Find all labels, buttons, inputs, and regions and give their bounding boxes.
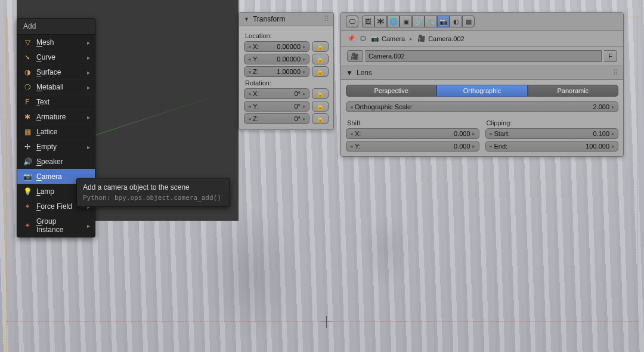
add-menu-item-empty[interactable]: ✢Empty▸ bbox=[17, 139, 95, 154]
chevron-right-icon: ▸ bbox=[87, 69, 90, 76]
chevron-right-icon: ▸ bbox=[87, 144, 90, 150]
menu-item-label: Surface bbox=[36, 68, 82, 76]
add-menu-item-mesh[interactable]: ▽Mesh▸ bbox=[17, 35, 95, 50]
transform-panel[interactable]: ▼ Transform ⠿ Location: ◂X:0.00000▸ 🔓 ◂Y… bbox=[239, 12, 334, 130]
clip-start[interactable]: ◂Start:0.100▸ bbox=[485, 128, 619, 139]
shift-label: Shift: bbox=[347, 119, 479, 126]
menu-item-label: Speaker bbox=[36, 158, 90, 166]
context-modifiers-icon[interactable]: 🔧 bbox=[425, 16, 437, 27]
camera-object-icon: 📷 bbox=[371, 35, 379, 42]
surface-icon: ◑ bbox=[23, 68, 32, 76]
menu-item-label: Armature bbox=[36, 113, 82, 121]
tooltip: Add a camera object to the scene Python:… bbox=[76, 178, 230, 207]
chevron-right-icon: ▸ bbox=[87, 84, 90, 91]
rotation-x[interactable]: ◂X:0°▸ bbox=[244, 88, 309, 99]
datablock-name-input[interactable] bbox=[365, 50, 602, 62]
rotation-label: Rotation: bbox=[245, 79, 329, 87]
add-menu-item-surface[interactable]: ◑Surface▸ bbox=[17, 64, 95, 79]
add-menu-item-metaball[interactable]: ❍Metaball▸ bbox=[17, 79, 95, 94]
lens-panel-header[interactable]: ▼ Lens ⠿ bbox=[341, 66, 623, 80]
lock-ry-icon[interactable]: 🔓 bbox=[312, 101, 329, 112]
lattice-icon: ▦ bbox=[23, 128, 32, 136]
disclosure-icon: ▼ bbox=[244, 16, 249, 22]
group-icon: ✦ bbox=[23, 221, 32, 230]
properties-context-toolbar[interactable]: 🖵 🖼 🞷 🌐 ▣ 🔗 🔧 📷 ◐ ▩ bbox=[341, 13, 623, 31]
transform-title: Transform bbox=[253, 15, 285, 23]
lock-rz-icon[interactable]: 🔓 bbox=[312, 113, 329, 124]
transform-panel-header[interactable]: ▼ Transform ⠿ bbox=[239, 13, 333, 26]
disclosure-icon: ▼ bbox=[346, 69, 353, 77]
camera-icon: 📷 bbox=[23, 172, 32, 181]
mesh-icon: ▽ bbox=[23, 38, 32, 47]
lamp-icon: 💡 bbox=[23, 187, 32, 196]
context-world-icon[interactable]: 🌐 bbox=[387, 16, 400, 27]
speaker-icon: 🔊 bbox=[23, 158, 32, 166]
add-menu-item-text[interactable]: FText bbox=[17, 94, 95, 109]
armature-icon: ✱ bbox=[23, 113, 32, 121]
lens-panoramic-button[interactable]: Panoramic bbox=[528, 85, 618, 97]
clipping-label: Clipping: bbox=[487, 119, 619, 126]
3d-cursor bbox=[321, 316, 333, 328]
menu-item-label: Metaball bbox=[36, 83, 82, 91]
context-object-icon[interactable]: ▣ bbox=[400, 16, 412, 27]
shift-x[interactable]: ◂X:0.000▸ bbox=[346, 128, 479, 139]
lock-rx-icon[interactable]: 🔓 bbox=[312, 88, 329, 99]
location-y[interactable]: ◂Y:0.00000▸ bbox=[244, 54, 309, 64]
chevron-right-icon: ▸ bbox=[87, 54, 90, 61]
chevron-right-icon: ▸ bbox=[87, 39, 90, 46]
context-constraints-icon[interactable]: 🔗 bbox=[412, 16, 425, 27]
tooltip-title: Add a camera object to the scene bbox=[83, 183, 224, 192]
menu-item-label: Empty bbox=[36, 143, 82, 151]
context-data-icon[interactable]: 📷 bbox=[437, 16, 450, 27]
metaball-icon: ❍ bbox=[23, 83, 32, 91]
menu-item-label: Group Instance bbox=[36, 217, 82, 234]
context-texture-icon[interactable]: ▩ bbox=[462, 16, 475, 27]
menu-item-label: Force Field bbox=[36, 202, 82, 211]
shift-y[interactable]: ◂Y:0.000▸ bbox=[346, 141, 479, 152]
fake-user-button[interactable]: F bbox=[604, 50, 617, 62]
tooltip-python: Python: bpy.ops.object.camera_add() bbox=[83, 194, 224, 202]
chevron-right-icon: ▸ bbox=[410, 36, 413, 42]
menu-item-label: Lamp bbox=[36, 187, 82, 196]
menu-item-label: Mesh bbox=[36, 38, 82, 47]
add-menu-item-group-instance[interactable]: ✦Group Instance▸ bbox=[17, 214, 95, 237]
chevron-right-icon: ▸ bbox=[87, 114, 90, 121]
context-material-icon[interactable]: ◐ bbox=[450, 16, 462, 27]
camera-data-icon: 🎥 bbox=[417, 35, 426, 42]
context-scene-icon[interactable]: 🞷 bbox=[374, 16, 387, 27]
text-icon: F bbox=[23, 98, 32, 106]
curve-icon: ➘ bbox=[23, 53, 32, 61]
lens-type-segmented[interactable]: Perspective Orthographic Panoramic bbox=[346, 85, 618, 97]
location-z[interactable]: ◂Z:1.00000▸ bbox=[244, 66, 309, 77]
location-x[interactable]: ◂X:0.00000▸ bbox=[244, 41, 309, 52]
breadcrumb-camera-data[interactable]: 🎥Camera.002 bbox=[417, 35, 465, 42]
orthographic-scale[interactable]: ◂Orthographic Scale:2.000▸ bbox=[346, 101, 618, 112]
properties-panel[interactable]: 🖵 🖼 🞷 🌐 ▣ 🔗 🔧 📷 ◐ ▩ 📌 ⬡ 📷Camera ▸ 🎥Camer… bbox=[340, 12, 624, 157]
grip-icon: ⠿ bbox=[324, 15, 329, 23]
add-menu-item-armature[interactable]: ✱Armature▸ bbox=[17, 109, 95, 124]
forcefield-icon: ✦ bbox=[23, 202, 32, 211]
add-menu-item-curve[interactable]: ➘Curve▸ bbox=[17, 50, 95, 64]
lock-x-icon[interactable]: 🔓 bbox=[312, 41, 329, 52]
chevron-right-icon: ▸ bbox=[87, 223, 90, 229]
lens-perspective-button[interactable]: Perspective bbox=[346, 85, 436, 97]
pin-icon[interactable]: 📌 bbox=[347, 35, 355, 42]
lock-z-icon[interactable]: 🔓 bbox=[312, 66, 329, 77]
context-render-icon[interactable]: 🖵 bbox=[346, 16, 358, 27]
context-render-layers-icon[interactable]: 🖼 bbox=[362, 16, 374, 27]
add-menu-item-speaker[interactable]: 🔊Speaker bbox=[17, 154, 95, 169]
breadcrumb-camera[interactable]: 📷Camera bbox=[371, 35, 405, 42]
menu-item-label: Text bbox=[36, 98, 90, 106]
lens-title: Lens bbox=[357, 69, 372, 77]
lens-orthographic-button[interactable]: Orthographic bbox=[436, 85, 527, 97]
add-menu-item-lattice[interactable]: ▦Lattice bbox=[17, 124, 95, 139]
add-menu-title: Add bbox=[17, 18, 95, 35]
camera-data-icon[interactable]: 🎥 bbox=[347, 50, 363, 62]
rotation-z[interactable]: ◂Z:0°▸ bbox=[244, 113, 309, 124]
lock-y-icon[interactable]: 🔓 bbox=[312, 54, 329, 64]
menu-item-label: Curve bbox=[36, 53, 82, 61]
clip-end[interactable]: ◂End:100.000▸ bbox=[485, 141, 619, 152]
menu-item-label: Lattice bbox=[36, 128, 90, 136]
rotation-y[interactable]: ◂Y:0°▸ bbox=[244, 101, 309, 112]
breadcrumb: 📌 ⬡ 📷Camera ▸ 🎥Camera.002 bbox=[341, 31, 623, 47]
